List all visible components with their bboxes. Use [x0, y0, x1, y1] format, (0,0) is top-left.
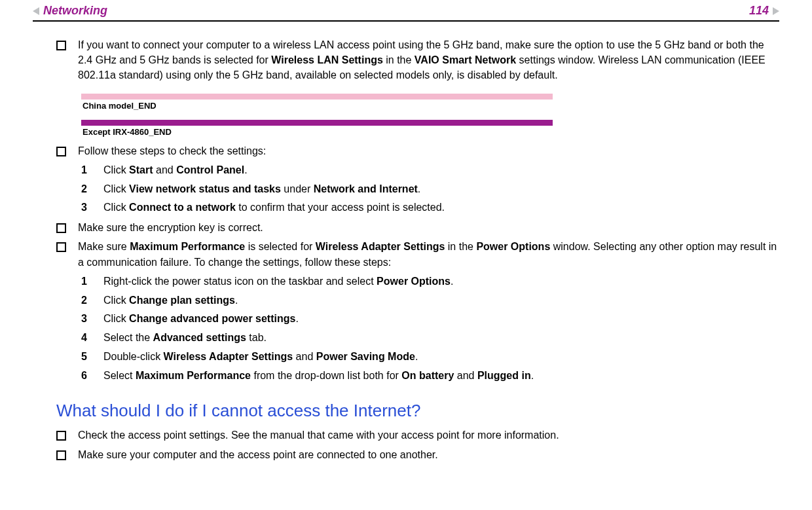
- text: and: [293, 351, 316, 362]
- text: under: [281, 183, 314, 194]
- text: Click: [103, 164, 129, 175]
- text: .: [418, 183, 420, 194]
- step-text: Click Change plan settings.: [103, 293, 238, 309]
- text-bold: Power Options: [377, 276, 451, 287]
- bullet-text: Make sure Maximum Performance is selecte…: [78, 239, 779, 269]
- bullet-text: If you want to connect your computer to …: [78, 37, 779, 83]
- bullet-text: Check the access point settings. See the…: [78, 428, 779, 443]
- step-text: Double-click Wireless Adapter Settings a…: [103, 349, 418, 365]
- step-number: 1: [81, 162, 92, 179]
- text-bold: On battery: [401, 370, 454, 381]
- step-text: Click Start and Control Panel.: [103, 162, 248, 179]
- step-item: 6 Select Maximum Performance from the dr…: [81, 368, 779, 384]
- step-item: 2 Click Change plan settings.: [81, 293, 779, 309]
- text: in the: [383, 54, 415, 65]
- text: Click: [103, 183, 129, 194]
- text-bold: Power Options: [476, 241, 550, 252]
- step-number: 6: [81, 368, 92, 384]
- bullet-item: If you want to connect your computer to …: [56, 37, 779, 83]
- text: Click: [103, 313, 129, 324]
- checkbox-icon: [56, 450, 66, 460]
- text: Right-click the power status icon on the…: [103, 276, 377, 287]
- pink-bar-icon: [81, 94, 553, 100]
- text-bold: Control Panel: [176, 164, 244, 175]
- text-bold: Start: [129, 164, 153, 175]
- bullet-item: Follow these steps to check the settings…: [56, 143, 779, 158]
- step-number: 1: [81, 274, 92, 290]
- text-bold: Wireless LAN Settings: [271, 54, 383, 65]
- nav-prev-icon[interactable]: [33, 7, 39, 15]
- step-item: 1 Right-click the power status icon on t…: [81, 274, 779, 290]
- step-text: Right-click the power status icon on the…: [103, 274, 453, 290]
- text: and: [153, 164, 177, 175]
- text: .: [451, 276, 453, 287]
- text-bold: Connect to a network: [129, 202, 236, 213]
- bullet-item: Make sure the encryption key is correct.: [56, 220, 779, 235]
- text: from the drop-down list both for: [251, 370, 401, 381]
- text: Double-click: [103, 351, 164, 362]
- header-right: 114: [749, 4, 779, 18]
- step-item: 3 Click Connect to a network to confirm …: [81, 200, 779, 216]
- step-text: Select Maximum Performance from the drop…: [103, 368, 534, 384]
- checkbox-icon: [56, 41, 66, 50]
- text-bold: Network and Internet: [314, 183, 418, 194]
- text-bold: View network status and tasks: [129, 183, 281, 194]
- checkbox-icon: [56, 223, 66, 233]
- text: tab.: [246, 332, 267, 343]
- text-bold: Wireless Adapter Settings: [164, 351, 293, 362]
- bullet-text: Follow these steps to check the settings…: [78, 143, 779, 158]
- text: .: [531, 370, 534, 381]
- header-title: Networking: [43, 4, 107, 18]
- text: Make sure: [78, 241, 130, 252]
- step-text: Click Connect to a network to confirm th…: [103, 200, 445, 216]
- step-number: 5: [81, 349, 92, 365]
- text-bold: Maximum Performance: [136, 370, 251, 381]
- text-bold: Change plan settings: [129, 295, 235, 306]
- section-heading: What should I do if I cannot access the …: [56, 401, 779, 421]
- text: Select the: [103, 332, 153, 343]
- text-bold: VAIO Smart Network: [415, 54, 516, 65]
- step-text: Select the Advanced settings tab.: [103, 330, 267, 346]
- step-number: 2: [81, 181, 92, 198]
- text: Click: [103, 202, 129, 213]
- checkbox-icon: [56, 242, 66, 252]
- text-bold: Change advanced power settings: [129, 313, 295, 324]
- bullet-item: Check the access point settings. See the…: [56, 428, 779, 443]
- step-item: 3 Click Change advanced power settings.: [81, 311, 779, 327]
- model-tag-label: Except IRX-4860_END: [83, 127, 779, 137]
- bullet-text: Make sure the encryption key is correct.: [78, 220, 779, 235]
- step-number: 3: [81, 311, 92, 327]
- text-bold: Power Saving Mode: [316, 351, 415, 362]
- text-bold: Wireless Adapter Settings: [316, 241, 445, 252]
- text: .: [244, 164, 247, 175]
- text: and: [454, 370, 477, 381]
- text: Select: [103, 370, 136, 381]
- text: in the: [445, 241, 476, 252]
- step-number: 2: [81, 293, 92, 309]
- magenta-bar-icon: [81, 120, 553, 126]
- bullet-item: Make sure Maximum Performance is selecte…: [56, 239, 779, 269]
- text: Click: [103, 295, 129, 306]
- checkbox-icon: [56, 431, 66, 441]
- step-item: 1 Click Start and Control Panel.: [81, 162, 779, 179]
- step-item: 5 Double-click Wireless Adapter Settings…: [81, 349, 779, 365]
- text: is selected for: [245, 241, 316, 252]
- model-tag-label: China model_END: [83, 101, 779, 111]
- step-text: Click View network status and tasks unde…: [103, 181, 420, 198]
- header-left: Networking: [33, 4, 107, 18]
- text: .: [415, 351, 418, 362]
- text-bold: Plugged in: [477, 370, 531, 381]
- text: .: [235, 295, 238, 306]
- nav-next-icon[interactable]: [773, 7, 779, 15]
- step-number: 3: [81, 200, 92, 216]
- checkbox-icon: [56, 147, 66, 156]
- text-bold: Advanced settings: [153, 332, 246, 343]
- step-text: Click Change advanced power settings.: [103, 311, 299, 327]
- step-number: 4: [81, 330, 92, 346]
- text: to confirm that your access point is sel…: [236, 202, 445, 213]
- step-item: 4 Select the Advanced settings tab.: [81, 330, 779, 346]
- text: .: [295, 313, 298, 324]
- page-header: Networking 114: [33, 0, 779, 22]
- step-item: 2 Click View network status and tasks un…: [81, 181, 779, 198]
- text-bold: Maximum Performance: [130, 241, 245, 252]
